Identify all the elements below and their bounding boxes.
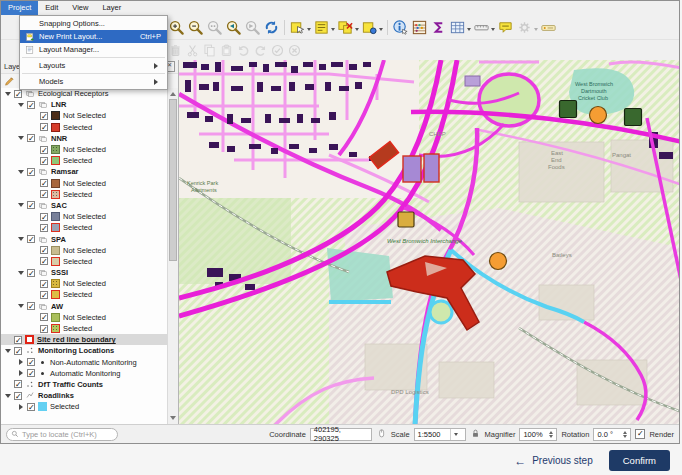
layer-checkbox[interactable]: ✓ — [27, 302, 35, 310]
layer-row-selected[interactable]: ✓Selected — [1, 289, 168, 300]
layer-row-selected[interactable]: ✓Selected — [1, 122, 168, 133]
menu-item-snapping-options[interactable]: Snapping Options... — [20, 17, 167, 30]
layer-row-selected[interactable]: ✓Selected — [1, 323, 168, 334]
scroll-thumb[interactable] — [169, 99, 177, 261]
expander-closed-icon[interactable] — [17, 370, 24, 376]
expander-open-icon[interactable] — [17, 271, 24, 275]
spinner-icons[interactable] — [549, 429, 553, 440]
chevron-down-icon[interactable] — [534, 28, 538, 33]
layer-row-not-selected[interactable]: ✓Not Selected — [1, 312, 168, 323]
layer-checkbox[interactable]: ✓ — [27, 201, 35, 209]
expander-closed-icon[interactable] — [17, 359, 24, 365]
lock-icon[interactable] — [470, 428, 481, 441]
layer-row-not-selected[interactable]: ✓Not Selected — [1, 211, 168, 222]
layer-row-not-selected[interactable]: ✓Not Selected — [1, 144, 168, 155]
layer-checkbox[interactable]: ✓ — [27, 134, 35, 142]
layer-checkbox[interactable]: ✓ — [40, 112, 48, 120]
layer-row-selected[interactable]: ✓Selected — [1, 155, 168, 166]
layer-row-spa[interactable]: ✓SPA — [1, 233, 168, 244]
layer-row-non-automatic-monitoring[interactable]: ✓Non-Automatic Monitoring — [1, 357, 168, 368]
layer-checkbox[interactable]: ✓ — [14, 380, 22, 388]
attribute-table-icon[interactable] — [448, 17, 472, 37]
layer-checkbox[interactable]: ✓ — [14, 336, 22, 344]
chevron-down-icon[interactable] — [307, 28, 311, 33]
layer-row-selected[interactable]: ✓Selected — [1, 256, 168, 267]
layer-row-selected[interactable]: ✓Selected — [1, 189, 168, 200]
menu-item-new-print-layout[interactable]: New Print Layout... Ctrl+P — [20, 30, 167, 43]
layer-row-not-selected[interactable]: ✓Not Selected — [1, 245, 168, 256]
locator-search-input[interactable]: Type to locate (Ctrl+K) — [6, 428, 118, 441]
spinner-icons[interactable] — [623, 429, 627, 440]
statistics-icon[interactable] — [410, 17, 429, 37]
layer-row-aw[interactable]: ✓AW — [1, 301, 168, 312]
expander-open-icon[interactable] — [4, 394, 11, 398]
scroll-up-icon[interactable] — [168, 88, 177, 97]
expander-open-icon[interactable] — [4, 92, 11, 96]
layer-checkbox[interactable]: ✓ — [27, 358, 35, 366]
layer-row-not-selected[interactable]: ✓Not Selected — [1, 178, 168, 189]
layer-checkbox[interactable]: ✓ — [40, 179, 48, 187]
layer-row-selected[interactable]: ✓Selected — [1, 222, 168, 233]
scale-combobox[interactable]: 1:5500 — [414, 428, 466, 441]
magnifier-input[interactable]: 100% — [519, 428, 557, 441]
layer-row-ramsar[interactable]: ✓Ramsar — [1, 166, 168, 177]
layer-row-monitoring-locations[interactable]: ✓Monitoring Locations — [1, 345, 168, 356]
menu-item-models[interactable]: Models — [20, 75, 167, 88]
rotation-input[interactable]: 0.0 ° — [593, 428, 631, 441]
menu-item-layouts[interactable]: Layouts — [20, 59, 167, 72]
layer-row-dft-traffic-counts[interactable]: ✓DfT Traffic Counts — [1, 379, 168, 390]
sum-icon[interactable] — [429, 17, 448, 37]
layer-checkbox[interactable]: ✓ — [40, 157, 48, 165]
chevron-down-icon[interactable] — [331, 28, 335, 33]
brush-icon[interactable] — [4, 76, 15, 87]
expander-open-icon[interactable] — [17, 136, 24, 140]
layer-checkbox[interactable]: ✓ — [14, 392, 22, 400]
select-form-icon[interactable] — [312, 17, 336, 37]
chevron-down-icon[interactable] — [450, 429, 462, 440]
layer-checkbox[interactable]: ✓ — [27, 269, 35, 277]
expander-open-icon[interactable] — [17, 170, 24, 174]
layer-checkbox[interactable]: ✓ — [40, 190, 48, 198]
layer-checkbox[interactable]: ✓ — [40, 291, 48, 299]
expander-closed-icon[interactable] — [17, 404, 24, 410]
zoom-last-icon[interactable] — [224, 17, 243, 37]
layer-row-nnr[interactable]: ✓NNR — [1, 133, 168, 144]
layer-checkbox[interactable]: ✓ — [27, 369, 35, 377]
scroll-down-icon[interactable] — [168, 415, 177, 424]
identify-icon[interactable] — [391, 17, 410, 37]
layer-checkbox[interactable]: ✓ — [14, 347, 22, 355]
layer-row-sssi[interactable]: ✓SSSI — [1, 267, 168, 278]
layers-scrollbar[interactable] — [167, 88, 178, 424]
layer-row-roadlinks[interactable]: ✓Roadlinks — [1, 390, 168, 401]
labeling-icon[interactable] — [539, 17, 558, 37]
layer-row-not-selected[interactable]: ✓Not Selected — [1, 278, 168, 289]
confirm-button[interactable]: Confirm — [609, 450, 670, 471]
layer-row-sac[interactable]: ✓SAC — [1, 200, 168, 211]
layer-checkbox[interactable]: ✓ — [40, 257, 48, 265]
layer-checkbox[interactable]: ✓ — [40, 224, 48, 232]
previous-step-button[interactable]: ← Previous step — [514, 454, 593, 468]
deselect-icon[interactable] — [336, 17, 360, 37]
select-location-icon[interactable] — [360, 17, 384, 37]
coordinate-input[interactable]: 402195, 290325 — [310, 428, 372, 441]
layer-checkbox[interactable]: ✓ — [40, 146, 48, 154]
layer-checkbox[interactable]: ✓ — [40, 313, 48, 321]
map-tips-icon[interactable] — [496, 17, 515, 37]
chevron-down-icon[interactable] — [467, 28, 471, 33]
measure-icon[interactable] — [472, 17, 496, 37]
render-checkbox[interactable]: ✓ — [635, 429, 645, 439]
zoom-in-icon[interactable] — [167, 17, 186, 37]
layer-checkbox[interactable]: ✓ — [40, 123, 48, 131]
layer-checkbox[interactable]: ✓ — [40, 213, 48, 221]
layer-checkbox[interactable]: ✓ — [40, 280, 48, 288]
menu-view[interactable]: View — [65, 1, 95, 15]
layer-checkbox[interactable]: ✓ — [14, 90, 22, 98]
expander-open-icon[interactable] — [17, 103, 24, 107]
layer-checkbox[interactable]: ✓ — [40, 246, 48, 254]
mouse-extent-icon[interactable] — [376, 428, 387, 441]
layer-checkbox[interactable]: ✓ — [40, 325, 48, 333]
menu-edit[interactable]: Edit — [38, 1, 65, 15]
layer-row-lnr[interactable]: ✓LNR — [1, 99, 168, 110]
layer-checkbox[interactable]: ✓ — [27, 403, 35, 411]
layer-row-site-red-line-boundary[interactable]: ✓Site red line boundary — [1, 334, 168, 345]
